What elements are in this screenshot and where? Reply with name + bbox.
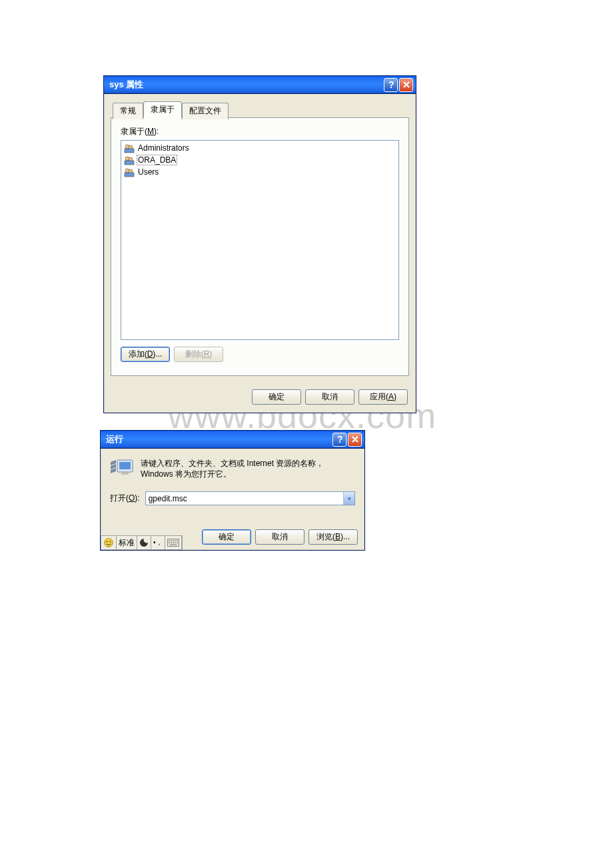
svg-rect-26 (175, 542, 176, 543)
help-icon: ? (387, 80, 395, 89)
svg-rect-27 (177, 542, 178, 543)
open-combobox[interactable]: ▾ (145, 491, 355, 505)
svg-text:?: ? (388, 80, 394, 89)
list-item[interactable]: ORA_DBA (123, 154, 397, 166)
open-input[interactable] (146, 492, 343, 505)
svg-rect-6 (125, 161, 134, 165)
run-body: 请键入程序、文件夹、文档或 Internet 资源的名称，Windows 将为您… (101, 449, 364, 529)
dialog-title: 运行 (103, 433, 331, 445)
chevron-down-icon: ▾ (348, 495, 351, 502)
apply-button[interactable]: 应用(A) (358, 389, 408, 405)
list-item-label: Administrators (137, 143, 191, 153)
cancel-button[interactable]: 取消 (305, 389, 354, 405)
svg-point-14 (105, 539, 113, 547)
ime-moon-icon[interactable] (137, 536, 151, 549)
list-item-label: Users (137, 167, 160, 177)
svg-rect-9 (125, 173, 134, 177)
svg-rect-25 (173, 542, 174, 543)
titlebar[interactable]: 运行 ? (101, 431, 364, 449)
svg-rect-28 (170, 544, 177, 545)
svg-point-16 (110, 541, 111, 543)
svg-rect-20 (173, 540, 174, 541)
run-icon (110, 458, 134, 477)
list-item[interactable]: Users (123, 166, 397, 178)
ok-button[interactable]: 确定 (252, 389, 301, 405)
list-item[interactable]: Administrators (123, 142, 397, 154)
run-description-row: 请键入程序、文件夹、文档或 Internet 资源的名称，Windows 将为您… (110, 458, 355, 479)
cancel-button[interactable]: 取消 (255, 529, 305, 545)
button-row: 添加(D)... 删除(R) (121, 347, 399, 362)
open-label: 打开(O): (110, 493, 140, 504)
dialog-body: 常规 隶属于 配置文件 隶属于(M): Administrators ORA_D… (104, 94, 416, 383)
svg-text:?: ? (337, 435, 343, 444)
svg-rect-21 (175, 540, 176, 541)
sys-properties-dialog: sys 属性 ? 常规 隶属于 配置文件 隶属于(M): Administrat… (103, 75, 416, 413)
close-button[interactable] (399, 78, 413, 92)
svg-point-15 (107, 541, 108, 543)
svg-rect-19 (171, 540, 172, 541)
svg-rect-13 (121, 473, 129, 475)
ime-icon[interactable] (101, 536, 117, 549)
group-icon (124, 143, 135, 153)
tab-memberof[interactable]: 隶属于 (143, 101, 182, 118)
dialog-footer: 确定 取消 应用(A) (104, 383, 416, 413)
svg-rect-24 (171, 542, 172, 543)
svg-rect-18 (169, 540, 170, 541)
svg-rect-22 (177, 540, 178, 541)
memberof-label: 隶属于(M): (121, 126, 399, 137)
svg-rect-23 (169, 542, 170, 543)
browse-button[interactable]: 浏览(B)... (308, 529, 358, 545)
dialog-title: sys 属性 (107, 79, 382, 91)
close-icon (402, 81, 410, 89)
help-icon: ? (336, 435, 344, 444)
run-dialog: 运行 ? 请键入程序、文件夹、文档或 Internet 资源的名称，Window… (100, 430, 365, 551)
tabs: 常规 隶属于 配置文件 (111, 101, 409, 118)
remove-button: 删除(R) (174, 347, 223, 362)
ok-button[interactable]: 确定 (202, 529, 251, 545)
ime-punct-icon[interactable]: •， (151, 536, 165, 549)
titlebar[interactable]: sys 属性 ? (104, 76, 416, 94)
close-icon (351, 435, 359, 443)
ime-toolbar[interactable]: 标准 •， (101, 535, 183, 550)
run-footer: 标准 •， 确定 取消 浏览(B)... (101, 529, 364, 550)
run-open-row: 打开(O): ▾ (110, 491, 355, 505)
help-button[interactable]: ? (332, 433, 346, 447)
ime-mode-label[interactable]: 标准 (117, 536, 137, 549)
run-description-text: 请键入程序、文件夹、文档或 Internet 资源的名称，Windows 将为您… (141, 458, 355, 479)
svg-rect-12 (119, 462, 131, 469)
tab-general[interactable]: 常规 (113, 103, 143, 119)
group-icon (124, 155, 135, 165)
dropdown-button[interactable]: ▾ (343, 492, 354, 505)
ime-keyboard-icon[interactable] (165, 536, 182, 549)
memberof-listbox[interactable]: Administrators ORA_DBA Users (121, 140, 399, 340)
tab-profile[interactable]: 配置文件 (182, 103, 229, 119)
group-icon (124, 167, 135, 177)
help-button[interactable]: ? (384, 78, 398, 92)
list-item-label: ORA_DBA (137, 155, 177, 165)
svg-rect-3 (125, 149, 134, 153)
close-button[interactable] (348, 433, 362, 447)
tab-panel: 隶属于(M): Administrators ORA_DBA (111, 117, 409, 376)
add-button[interactable]: 添加(D)... (121, 347, 170, 362)
